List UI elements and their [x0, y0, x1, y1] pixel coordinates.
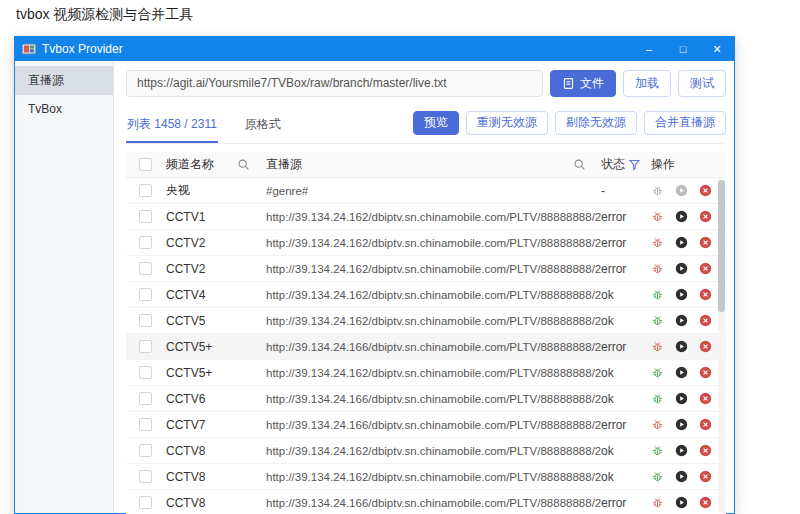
play-icon[interactable]: [675, 236, 688, 249]
sidebar-item-live-source[interactable]: 直播源: [15, 66, 113, 95]
delete-icon[interactable]: [699, 210, 712, 223]
play-icon[interactable]: [675, 184, 688, 197]
delete-icon[interactable]: [699, 444, 712, 457]
table-row[interactable]: CCTV2 http://39.134.24.162/dbiptv.sn.chi…: [126, 256, 726, 282]
retest-bug-icon[interactable]: [651, 340, 664, 353]
row-checkbox[interactable]: [139, 444, 152, 457]
table-scrollbar[interactable]: [718, 179, 725, 513]
main-panel: 文件 加载 测试 列表 1458 / 2311 原格式 预览 重测无效源 剔除无…: [114, 61, 734, 513]
minimize-button[interactable]: –: [632, 37, 666, 61]
row-checkbox[interactable]: [139, 470, 152, 483]
play-icon[interactable]: [675, 470, 688, 483]
table-row[interactable]: CCTV8 http://39.134.24.162/dbiptv.sn.chi…: [126, 438, 726, 464]
delete-icon[interactable]: [699, 184, 712, 197]
source-url-input[interactable]: [126, 70, 543, 97]
stream-url: http://39.134.24.162/dbiptv.sn.chinamobi…: [266, 367, 601, 379]
play-icon[interactable]: [675, 366, 688, 379]
row-checkbox[interactable]: [139, 210, 152, 223]
play-icon[interactable]: [675, 314, 688, 327]
retest-bug-icon[interactable]: [651, 236, 664, 249]
tab-raw-format[interactable]: 原格式: [244, 107, 282, 143]
delete-icon[interactable]: [699, 366, 712, 379]
retest-bug-icon[interactable]: [651, 392, 664, 405]
stream-url: http://39.134.24.162/dbiptv.sn.chinamobi…: [266, 471, 601, 483]
row-checkbox[interactable]: [139, 262, 152, 275]
retest-bug-icon[interactable]: [651, 496, 664, 509]
channel-name: CCTV5: [166, 314, 205, 328]
table-row[interactable]: CCTV5+ http://39.134.24.162/dbiptv.sn.ch…: [126, 360, 726, 386]
retest-bug-icon[interactable]: [651, 418, 664, 431]
play-icon[interactable]: [675, 418, 688, 431]
tab-list[interactable]: 列表 1458 / 2311: [126, 107, 218, 143]
status-text: error: [601, 236, 626, 250]
channel-table: 频道名称 直播源 状态: [126, 152, 726, 513]
row-checkbox[interactable]: [139, 236, 152, 249]
status-text: ok: [601, 392, 614, 406]
row-checkbox[interactable]: [139, 366, 152, 379]
source-search-icon[interactable]: [573, 158, 586, 171]
play-icon[interactable]: [675, 288, 688, 301]
retest-bug-icon[interactable]: [651, 210, 664, 223]
table-row[interactable]: CCTV4 http://39.134.24.162/dbiptv.sn.chi…: [126, 282, 726, 308]
file-button[interactable]: 文件: [550, 70, 616, 97]
delete-icon[interactable]: [699, 288, 712, 301]
play-icon[interactable]: [675, 210, 688, 223]
retest-bug-icon[interactable]: [651, 288, 664, 301]
delete-icon[interactable]: [699, 418, 712, 431]
table-row[interactable]: 央视 #genre# -: [126, 178, 726, 204]
channel-search-icon[interactable]: [237, 158, 250, 171]
play-icon[interactable]: [675, 444, 688, 457]
retest-bug-icon[interactable]: [651, 184, 664, 197]
channel-name: CCTV5+: [166, 340, 212, 354]
delete-icon[interactable]: [699, 392, 712, 405]
maximize-button[interactable]: □: [666, 37, 700, 61]
preview-button[interactable]: 预览: [413, 111, 459, 135]
table-row[interactable]: CCTV1 http://39.134.24.162/dbiptv.sn.chi…: [126, 204, 726, 230]
load-button[interactable]: 加载: [623, 70, 671, 97]
stream-url: http://39.134.24.162/dbiptv.sn.chinamobi…: [266, 289, 601, 301]
channel-name: CCTV2: [166, 236, 205, 250]
row-checkbox[interactable]: [139, 184, 152, 197]
status-text: error: [601, 418, 626, 432]
play-icon[interactable]: [675, 496, 688, 509]
row-checkbox[interactable]: [139, 288, 152, 301]
test-button[interactable]: 测试: [678, 70, 726, 97]
row-checkbox[interactable]: [139, 496, 152, 509]
select-all-checkbox[interactable]: [139, 158, 152, 171]
delete-icon[interactable]: [699, 470, 712, 483]
retest-bug-icon[interactable]: [651, 366, 664, 379]
table-row[interactable]: CCTV7 http://39.134.24.166/dbiptv.sn.chi…: [126, 412, 726, 438]
scrollbar-thumb[interactable]: [718, 180, 725, 312]
retest-bug-icon[interactable]: [651, 314, 664, 327]
stream-url: http://39.134.24.166/dbiptv.sn.chinamobi…: [266, 393, 601, 405]
retest-bug-icon[interactable]: [651, 262, 664, 275]
retest-bug-icon[interactable]: [651, 470, 664, 483]
delete-icon[interactable]: [699, 314, 712, 327]
row-checkbox[interactable]: [139, 392, 152, 405]
play-icon[interactable]: [675, 392, 688, 405]
window-titlebar[interactable]: Tvbox Provider – □ ✕: [15, 37, 734, 61]
play-icon[interactable]: [675, 262, 688, 275]
table-row[interactable]: CCTV6 http://39.134.24.166/dbiptv.sn.chi…: [126, 386, 726, 412]
play-icon[interactable]: [675, 340, 688, 353]
table-row[interactable]: CCTV5+ http://39.134.24.166/dbiptv.sn.ch…: [126, 334, 726, 360]
row-checkbox[interactable]: [139, 314, 152, 327]
table-row[interactable]: CCTV2 http://39.134.24.162/dbiptv.sn.chi…: [126, 230, 726, 256]
close-button[interactable]: ✕: [700, 37, 734, 61]
retest-bug-icon[interactable]: [651, 444, 664, 457]
row-checkbox[interactable]: [139, 418, 152, 431]
table-row[interactable]: CCTV5 http://39.134.24.162/dbiptv.sn.chi…: [126, 308, 726, 334]
merge-sources-button[interactable]: 合并直播源: [644, 111, 726, 135]
table-row[interactable]: CCTV8 http://39.134.24.162/dbiptv.sn.chi…: [126, 464, 726, 490]
retest-invalid-button[interactable]: 重测无效源: [466, 111, 548, 135]
delete-icon[interactable]: [699, 496, 712, 509]
remove-invalid-button[interactable]: 剔除无效源: [555, 111, 637, 135]
delete-icon[interactable]: [699, 236, 712, 249]
table-row[interactable]: CCTV8 http://39.134.24.166/dbiptv.sn.chi…: [126, 490, 726, 514]
sidebar-item-tvbox[interactable]: TvBox: [15, 95, 113, 124]
delete-icon[interactable]: [699, 340, 712, 353]
status-filter-icon[interactable]: [628, 158, 641, 171]
row-checkbox[interactable]: [139, 340, 152, 353]
delete-icon[interactable]: [699, 262, 712, 275]
status-text: ok: [601, 470, 614, 484]
